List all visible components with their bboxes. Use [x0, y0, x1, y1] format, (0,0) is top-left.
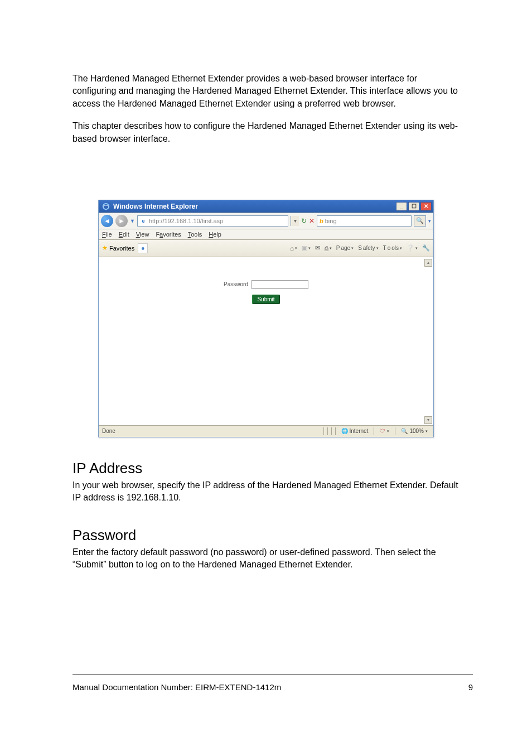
refresh-button[interactable]: ↻ [301, 217, 307, 225]
footer-divider [72, 675, 473, 675]
svg-point-0 [103, 204, 109, 210]
password-input[interactable] [252, 280, 308, 289]
back-button[interactable]: ◄ [101, 215, 113, 227]
stop-button[interactable]: ✕ [309, 217, 315, 225]
menu-help[interactable]: Help [209, 231, 221, 238]
maximize-button[interactable]: ☐ [408, 202, 419, 211]
bing-icon: b [320, 218, 323, 224]
feeds-button[interactable]: ▣▾ [302, 244, 311, 252]
nav-dropdown-icon[interactable]: ▼ [130, 218, 135, 224]
ie-logo-icon [102, 203, 110, 210]
search-button[interactable]: 🔍 [414, 215, 426, 227]
password-text: Enter the factory default password (no p… [72, 546, 460, 571]
menu-bar: File Edit View Favorites Tools Help [99, 229, 433, 240]
intro-paragraph-2: This chapter describes how to configure … [72, 120, 460, 145]
shield-icon: 🛡 [380, 428, 385, 434]
menu-view[interactable]: View [136, 231, 149, 238]
password-heading: Password [72, 527, 460, 544]
status-text: Done [99, 428, 115, 434]
address-bar-row: ◄ ► ▼ e http://192.168.1.10/first.asp ▾ … [99, 213, 433, 229]
zoom-value: 100% [409, 428, 424, 434]
page-content: ▴ Password Submit ▾ [99, 257, 433, 425]
protected-mode: 🛡 ▾ [378, 427, 391, 435]
submit-button[interactable]: Submit [252, 295, 279, 304]
globe-icon: 🌐 [341, 428, 348, 434]
footer-page-number: 9 [468, 682, 473, 692]
zone-label: Internet [350, 428, 369, 434]
security-zone[interactable]: 🌐 Internet [339, 427, 371, 435]
search-dropdown-icon[interactable]: ▾ [428, 218, 431, 224]
address-input[interactable]: e http://192.168.1.10/first.asp [137, 215, 288, 227]
ip-address-text: In your web browser, specify the IP addr… [72, 479, 460, 504]
mail-icon: ✉ [315, 244, 320, 252]
wrench-icon: 🔧 [422, 244, 430, 252]
devtools-button[interactable]: 🔧 [422, 244, 430, 252]
zoom-icon: 🔍 [401, 428, 408, 434]
scroll-up-button[interactable]: ▴ [424, 259, 432, 267]
window-title: Windows Internet Explorer [113, 203, 396, 210]
tab-page-icon: e [142, 245, 144, 251]
footer-doc-number: Manual Documentation Number: EIRM-EXTEND… [72, 682, 281, 692]
address-url: http://192.168.1.10/first.asp [149, 218, 223, 224]
favorites-button[interactable]: ★ Favorites [102, 244, 134, 252]
page-icon: e [140, 218, 147, 224]
rss-icon: ▣ [302, 244, 307, 252]
help-button[interactable]: ❔▾ [407, 244, 418, 252]
window-titlebar: Windows Internet Explorer _ ☐ ✕ [99, 200, 433, 213]
search-placeholder: bing [325, 218, 337, 224]
zoom-control[interactable]: 🔍 100% ▾ [399, 427, 430, 435]
menu-file[interactable]: File [102, 231, 112, 238]
minimize-button[interactable]: _ [396, 202, 407, 211]
menu-favorites[interactable]: Favorites [156, 231, 181, 238]
command-bar: ★ Favorites e ⌂▾ ▣▾ ✉ ⎙▾ Page ▾ Safety ▾… [99, 240, 433, 257]
close-button[interactable]: ✕ [420, 202, 432, 211]
page-menu[interactable]: Page ▾ [336, 245, 354, 251]
safety-menu[interactable]: Safety ▾ [358, 245, 378, 251]
ip-address-heading: IP Address [72, 460, 460, 477]
menu-edit[interactable]: Edit [119, 231, 129, 238]
star-icon: ★ [102, 244, 108, 252]
tab-item[interactable]: e [138, 243, 148, 253]
favorites-label: Favorites [109, 245, 134, 252]
print-button[interactable]: ⎙▾ [325, 245, 332, 252]
intro-paragraph-1: The Hardened Managed Ethernet Extender p… [72, 73, 460, 110]
home-button[interactable]: ⌂▾ [290, 245, 297, 252]
menu-tools[interactable]: Tools [188, 231, 202, 238]
help-icon: ❔ [407, 244, 414, 252]
tools-menu[interactable]: Tools ▾ [383, 245, 402, 251]
scroll-down-button[interactable]: ▾ [424, 416, 432, 424]
home-icon: ⌂ [290, 245, 294, 252]
ie-window: Windows Internet Explorer _ ☐ ✕ ◄ ► ▼ e … [98, 200, 434, 437]
print-icon: ⎙ [325, 245, 328, 252]
password-label: Password [224, 281, 248, 287]
mail-button[interactable]: ✉ [315, 244, 320, 252]
forward-button[interactable]: ► [115, 215, 128, 227]
search-input[interactable]: b bing [317, 215, 412, 227]
status-bar: Done 🌐 Internet 🛡 ▾ 🔍 100% [99, 425, 433, 437]
address-dropdown-button[interactable]: ▾ [291, 216, 299, 226]
